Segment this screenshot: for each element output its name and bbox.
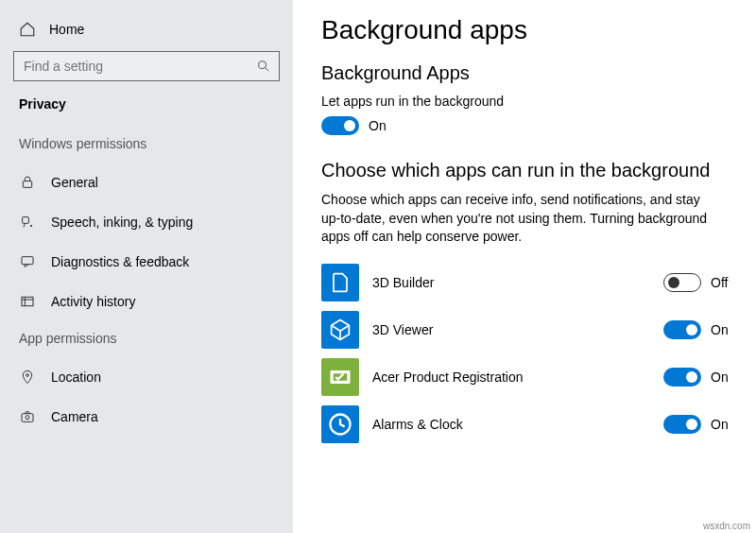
app-toggle[interactable] — [663, 368, 701, 387]
app-toggle[interactable] — [663, 415, 701, 434]
watermark: wsxdn.com — [703, 521, 750, 531]
home-nav[interactable]: Home — [0, 13, 293, 51]
feedback-icon — [19, 253, 36, 270]
master-toggle-label: Let apps run in the background — [321, 94, 733, 109]
svg-point-9 — [26, 374, 29, 377]
app-row: 3D BuilderOff — [321, 264, 733, 301]
master-toggle-state: On — [369, 118, 387, 133]
app-icon — [321, 264, 359, 301]
app-toggle-state: Off — [711, 275, 733, 290]
apps-section-desc: Choose which apps can receive info, send… — [321, 191, 718, 247]
svg-point-11 — [26, 416, 29, 420]
sidebar-item-camera[interactable]: Camera — [0, 397, 293, 437]
home-icon — [19, 21, 36, 38]
sidebar-item-location[interactable]: Location — [0, 357, 293, 397]
home-label: Home — [49, 22, 84, 37]
apps-section-title: Choose which apps can run in the backgro… — [321, 160, 733, 181]
app-name: 3D Viewer — [372, 322, 663, 337]
master-toggle[interactable] — [321, 116, 359, 135]
svg-point-4 — [30, 225, 31, 226]
sidebar-item-label: Diagnostics & feedback — [51, 254, 189, 269]
app-name: 3D Builder — [372, 275, 663, 290]
sidebar-item-label: Speech, inking, & typing — [51, 215, 193, 230]
app-row: Acer Product RegistrationOn — [321, 358, 733, 396]
svg-point-0 — [259, 61, 266, 69]
sidebar-item-speech[interactable]: Speech, inking, & typing — [0, 202, 293, 242]
app-toggle-state: On — [711, 370, 733, 385]
sidebar-item-general[interactable]: General — [0, 163, 293, 202]
history-icon — [19, 293, 36, 310]
lock-icon — [19, 174, 36, 191]
app-toggle-state: On — [711, 322, 733, 337]
app-icon — [321, 311, 359, 349]
svg-rect-3 — [23, 217, 29, 224]
svg-rect-6 — [22, 297, 33, 305]
sidebar-item-label: Location — [51, 370, 101, 385]
sidebar-item-label: General — [51, 175, 98, 190]
search-input[interactable] — [24, 59, 256, 74]
page-title: Background apps — [321, 15, 733, 45]
sidebar-item-label: Camera — [51, 409, 98, 424]
app-name: Acer Product Registration — [372, 370, 663, 385]
app-row: Alarms & ClockOn — [321, 405, 733, 443]
speech-icon — [19, 214, 36, 231]
app-toggle[interactable] — [663, 320, 701, 339]
svg-rect-2 — [23, 181, 31, 188]
search-input-box[interactable] — [13, 51, 280, 81]
location-icon — [19, 369, 36, 386]
sidebar-item-activity[interactable]: Activity history — [0, 282, 293, 321]
svg-rect-5 — [22, 257, 33, 265]
category-title: Privacy — [0, 96, 293, 127]
app-name: Alarms & Clock — [372, 417, 663, 432]
app-row: 3D ViewerOn — [321, 311, 733, 349]
sidebar-item-label: Activity history — [51, 294, 135, 309]
app-icon — [321, 405, 359, 443]
section-subtitle: Background Apps — [321, 62, 733, 84]
section-app-permissions: App permissions — [0, 321, 293, 357]
app-toggle-state: On — [711, 417, 733, 432]
camera-icon — [19, 408, 36, 425]
search-icon — [256, 59, 271, 74]
app-toggle[interactable] — [663, 273, 701, 292]
svg-line-1 — [266, 68, 268, 71]
svg-rect-10 — [22, 414, 33, 422]
app-icon — [321, 358, 359, 396]
section-windows-permissions: Windows permissions — [0, 127, 293, 163]
sidebar-item-diagnostics[interactable]: Diagnostics & feedback — [0, 242, 293, 282]
